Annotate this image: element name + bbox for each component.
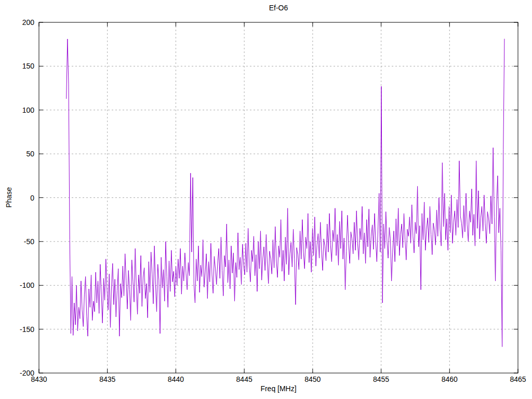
x-tick-label: 8450 xyxy=(297,375,328,383)
phase-series-line xyxy=(66,39,504,347)
y-tick-label: -50 xyxy=(3,237,34,246)
x-tick-label: 8455 xyxy=(366,375,397,383)
y-tick-label: -100 xyxy=(3,281,34,289)
y-tick-label: 50 xyxy=(3,150,34,158)
x-tick-label: 8465 xyxy=(502,375,532,383)
x-tick-label: 8460 xyxy=(434,375,465,383)
x-tick-label: 8445 xyxy=(229,375,260,383)
y-tick-label: 200 xyxy=(3,18,34,26)
y-tick-label: -200 xyxy=(3,369,34,377)
y-tick-label: -150 xyxy=(3,325,34,334)
plot-canvas xyxy=(0,0,532,399)
x-tick-label: 8435 xyxy=(92,375,123,383)
x-tick-label: 8440 xyxy=(160,375,191,383)
x-axis-label: Freq [MHz] xyxy=(227,384,330,393)
y-tick-label: 0 xyxy=(3,194,34,202)
chart-window: Ef-O6 Phase Freq [MHz] 84308435844084458… xyxy=(0,0,532,399)
y-tick-label: 150 xyxy=(3,62,34,70)
chart-title: Ef-O6 xyxy=(227,4,330,12)
y-tick-label: 100 xyxy=(3,106,34,114)
